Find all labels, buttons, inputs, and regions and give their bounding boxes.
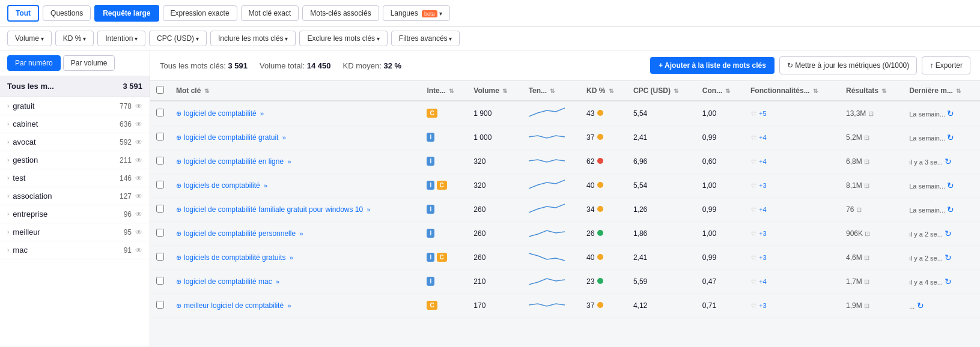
expand-arrow-icon[interactable]: » bbox=[287, 302, 291, 309]
sidebar-item[interactable]: › avocat 592 👁 bbox=[0, 133, 150, 151]
keyword-link[interactable]: meilleur logiciel de comptabilité bbox=[184, 301, 284, 310]
row-checkbox[interactable] bbox=[156, 109, 164, 116]
row-checkbox[interactable] bbox=[156, 205, 164, 213]
expand-arrow-icon[interactable]: » bbox=[299, 230, 303, 237]
filter-langues[interactable]: Langues beta bbox=[383, 5, 450, 21]
row-checkbox[interactable] bbox=[156, 301, 164, 309]
sort-by-numero[interactable]: Par numéro bbox=[7, 55, 61, 71]
eye-icon[interactable]: 👁 bbox=[135, 246, 142, 255]
keyword-link[interactable]: logiciel de comptabilité personnelle bbox=[184, 229, 296, 238]
select-all-checkbox[interactable] bbox=[150, 81, 170, 101]
eye-icon[interactable]: 👁 bbox=[135, 228, 142, 237]
sidebar-item[interactable]: › mac 91 👁 bbox=[0, 241, 150, 259]
refresh-icon[interactable]: ↻ bbox=[945, 229, 952, 238]
filter-filtres-avances[interactable]: Filtres avancés bbox=[391, 31, 460, 46]
expand-arrow-icon[interactable]: » bbox=[287, 158, 291, 165]
expand-icon[interactable]: ⊕ bbox=[176, 206, 181, 213]
sidebar-item[interactable]: › meilleur 95 👁 bbox=[0, 223, 150, 241]
expand-arrow-icon[interactable]: » bbox=[290, 254, 293, 261]
add-to-list-button[interactable]: + Ajouter à la liste de mots clés bbox=[650, 57, 775, 74]
col-con[interactable]: Con... ⇅ bbox=[696, 81, 744, 101]
row-checkbox[interactable] bbox=[156, 253, 164, 261]
keyword-link[interactable]: logiciel de comptabilité gratuit bbox=[184, 133, 278, 142]
sidebar-item[interactable]: › test 146 👁 bbox=[0, 169, 150, 187]
expand-arrow-icon[interactable]: » bbox=[276, 278, 279, 285]
sidebar-item[interactable]: › gestion 211 👁 bbox=[0, 151, 150, 169]
sidebar-item[interactable]: › association 127 👁 bbox=[0, 187, 150, 205]
col-derniere[interactable]: Dernière m... ⇅ bbox=[903, 81, 980, 101]
col-tendance[interactable]: Ten... ⇅ bbox=[523, 81, 580, 101]
expand-arrow-icon[interactable]: » bbox=[282, 134, 286, 141]
refresh-icon[interactable]: ↻ bbox=[945, 253, 952, 262]
refresh-icon[interactable]: ↻ bbox=[947, 205, 954, 214]
expand-arrow-icon[interactable]: » bbox=[260, 110, 264, 117]
refresh-icon[interactable]: ↻ bbox=[945, 157, 952, 166]
eye-icon[interactable]: 👁 bbox=[135, 156, 142, 164]
filter-cpc[interactable]: CPC (USD) bbox=[149, 31, 207, 46]
update-metrics-button[interactable]: ↻ Mettre à jour les métriques (0/1000) bbox=[779, 56, 917, 74]
expand-icon[interactable]: ⊕ bbox=[176, 230, 181, 237]
sort-by-volume[interactable]: Par volume bbox=[63, 55, 115, 71]
expand-icon[interactable]: ⊕ bbox=[176, 302, 181, 309]
export-button[interactable]: ↑ Exporter bbox=[922, 56, 970, 74]
features-count[interactable]: +4 bbox=[759, 158, 767, 165]
col-fonctionnalites[interactable]: Fonctionnalités... ⇅ bbox=[744, 81, 840, 101]
eye-icon[interactable]: 👁 bbox=[135, 174, 142, 183]
refresh-icon[interactable]: ↻ bbox=[917, 301, 924, 310]
refresh-icon[interactable]: ↻ bbox=[947, 133, 954, 142]
filter-questions[interactable]: Questions bbox=[43, 5, 91, 21]
expand-icon[interactable]: ⊕ bbox=[176, 278, 181, 285]
features-count[interactable]: +4 bbox=[759, 134, 767, 141]
filter-tout[interactable]: Tout bbox=[7, 5, 39, 22]
filter-volume[interactable]: Volume bbox=[7, 31, 52, 46]
refresh-icon[interactable]: ↻ bbox=[947, 109, 954, 118]
filter-mots-cles-associes[interactable]: Mots-clés associés bbox=[302, 5, 379, 21]
row-checkbox[interactable] bbox=[156, 277, 164, 285]
features-count[interactable]: +4 bbox=[759, 206, 767, 213]
keyword-link[interactable]: logiciels de comptabilité gratuits bbox=[184, 253, 285, 262]
sidebar-item[interactable]: › gratuit 778 👁 bbox=[0, 97, 150, 115]
col-intention[interactable]: Inte... ⇅ bbox=[421, 81, 467, 101]
features-count[interactable]: +3 bbox=[759, 182, 767, 189]
eye-icon[interactable]: 👁 bbox=[135, 192, 142, 201]
features-count[interactable]: +5 bbox=[759, 110, 767, 117]
col-resultats[interactable]: Résultats ⇅ bbox=[840, 81, 903, 101]
expand-arrow-icon[interactable]: » bbox=[367, 206, 371, 213]
row-checkbox[interactable] bbox=[156, 229, 164, 237]
filter-exclure[interactable]: Exclure les mots clés bbox=[299, 31, 387, 46]
keyword-link[interactable]: logiciels de comptabilité bbox=[184, 181, 260, 190]
sidebar-item[interactable]: › cabinet 636 👁 bbox=[0, 115, 150, 133]
features-count[interactable]: +4 bbox=[759, 278, 767, 285]
keyword-link[interactable]: logiciel de comptabilité bbox=[184, 109, 257, 118]
filter-kd[interactable]: KD % bbox=[55, 31, 94, 46]
eye-icon[interactable]: 👁 bbox=[135, 138, 142, 146]
row-checkbox[interactable] bbox=[156, 181, 164, 189]
expand-icon[interactable]: ⊕ bbox=[176, 254, 181, 261]
row-checkbox[interactable] bbox=[156, 133, 164, 140]
refresh-icon[interactable]: ↻ bbox=[945, 277, 952, 286]
keyword-link[interactable]: logiciel de comptabilité mac bbox=[184, 277, 272, 286]
filter-expression-exacte[interactable]: Expression exacte bbox=[163, 5, 237, 21]
col-volume[interactable]: Volume ⇅ bbox=[467, 81, 522, 101]
refresh-icon[interactable]: ↻ bbox=[947, 181, 954, 190]
col-cpc[interactable]: CPC (USD) ⇅ bbox=[627, 81, 696, 101]
features-count[interactable]: +3 bbox=[759, 230, 767, 237]
keyword-link[interactable]: logiciel de comptabilité en ligne bbox=[184, 157, 284, 166]
expand-icon[interactable]: ⊕ bbox=[176, 182, 181, 189]
eye-icon[interactable]: 👁 bbox=[135, 102, 142, 110]
expand-icon[interactable]: ⊕ bbox=[176, 110, 181, 117]
features-count[interactable]: +3 bbox=[759, 254, 767, 261]
expand-icon[interactable]: ⊕ bbox=[176, 158, 181, 165]
sidebar-item[interactable]: › entreprise 96 👁 bbox=[0, 205, 150, 223]
keyword-link[interactable]: logiciel de comptabilité familiale gratu… bbox=[184, 205, 363, 214]
eye-icon[interactable]: 👁 bbox=[135, 210, 142, 219]
row-checkbox[interactable] bbox=[156, 157, 164, 164]
filter-requete-large[interactable]: Requête large bbox=[94, 5, 159, 22]
expand-arrow-icon[interactable]: » bbox=[264, 182, 267, 189]
eye-icon[interactable]: 👁 bbox=[135, 120, 142, 128]
expand-icon[interactable]: ⊕ bbox=[176, 134, 181, 141]
features-count[interactable]: +3 bbox=[759, 302, 767, 309]
filter-mot-cle-exact[interactable]: Mot clé exact bbox=[241, 5, 299, 21]
col-kd[interactable]: KD % ⇅ bbox=[580, 81, 627, 101]
col-mot-cle[interactable]: Mot clé ⇅ bbox=[170, 81, 421, 101]
